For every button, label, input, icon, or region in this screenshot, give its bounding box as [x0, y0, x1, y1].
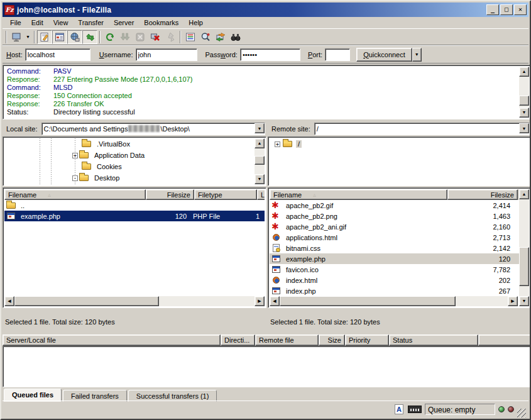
port-input[interactable]: [325, 48, 350, 61]
local-list-hscrollbar[interactable]: ◀ ▶: [4, 296, 265, 306]
toggle-queue-button[interactable]: [82, 30, 97, 44]
scroll-down-icon[interactable]: ▼: [255, 174, 265, 184]
file-row[interactable]: applications.html 2,713: [270, 232, 519, 243]
menu-view[interactable]: View: [48, 18, 74, 28]
reconnect-button[interactable]: [163, 30, 178, 44]
column-header-priority[interactable]: Priority: [345, 334, 389, 346]
scroll-up-icon[interactable]: ▲: [519, 189, 529, 199]
tree-item-root[interactable]: + /: [270, 138, 529, 150]
synchronized-browsing-button[interactable]: [213, 30, 228, 44]
maximize-button[interactable]: □: [500, 4, 513, 15]
menu-transfer[interactable]: Transfer: [73, 18, 109, 28]
menu-help[interactable]: Help: [183, 18, 208, 28]
remote-panel: Remote site: / ▼ + / Filename▵ Filesize: [268, 121, 531, 330]
column-header-status[interactable]: Status: [389, 334, 478, 346]
tab-queued-files[interactable]: Queued files: [4, 389, 62, 402]
log-scrollbar[interactable]: ▲ ▼: [519, 67, 529, 118]
directory-comparison-button[interactable]: [198, 30, 213, 44]
file-row[interactable]: ✱ apache_pb2_ani.gif 2,160: [270, 221, 519, 232]
scroll-up-icon[interactable]: ▲: [255, 138, 265, 148]
remote-list-scrollbar[interactable]: ▲ ▼: [519, 189, 529, 306]
column-header-server-local-file[interactable]: Server/Local file: [3, 334, 221, 346]
file-row[interactable]: ✱ apache_pb2.gif 2,414: [270, 200, 519, 211]
queue-list[interactable]: [3, 346, 531, 387]
local-tree-scrollbar[interactable]: ▲ ▼: [255, 138, 265, 184]
local-site-dropdown[interactable]: ▼: [255, 123, 265, 133]
resize-grip[interactable]: [517, 409, 526, 417]
quickconnect-button[interactable]: Quickconnect: [356, 48, 412, 62]
scroll-down-icon[interactable]: ▼: [519, 296, 529, 306]
find-files-button[interactable]: [228, 30, 243, 44]
column-header-filename[interactable]: Filename▵: [270, 189, 447, 200]
scroll-left-icon[interactable]: ◀: [4, 296, 14, 306]
site-manager-icon: [11, 32, 21, 42]
refresh-button[interactable]: [102, 30, 118, 44]
menu-edit[interactable]: Edit: [26, 18, 48, 28]
tree-item-desktop[interactable]: - Desktop: [4, 172, 265, 184]
host-input[interactable]: [25, 48, 90, 61]
collapse-icon[interactable]: -: [72, 175, 78, 181]
scroll-right-icon[interactable]: ▶: [255, 296, 265, 306]
column-header-filename[interactable]: Filename▵: [4, 189, 146, 200]
column-header-filetype[interactable]: Filetype: [194, 189, 257, 200]
scrollbar-thumb[interactable]: [255, 156, 265, 165]
quickconnect-dropdown[interactable]: ▼: [412, 48, 422, 62]
scrollbar-thumb[interactable]: [519, 96, 529, 106]
menu-bookmarks[interactable]: Bookmarks: [139, 18, 183, 28]
remote-path-value[interactable]: /: [314, 123, 530, 135]
toggle-remote-tree-button[interactable]: [67, 30, 82, 44]
username-label: Username:: [99, 51, 133, 58]
minimize-button[interactable]: _: [486, 4, 499, 15]
column-header-filesize[interactable]: Filesize: [146, 189, 194, 200]
username-input[interactable]: [136, 48, 197, 61]
disconnect-button[interactable]: [148, 30, 163, 44]
scroll-left-icon[interactable]: ◀: [270, 296, 280, 306]
file-row[interactable]: ✱ apache_pb2.png 1,463: [270, 211, 519, 221]
column-header-size[interactable]: Size: [319, 334, 345, 346]
site-manager-button[interactable]: [9, 30, 24, 44]
file-row[interactable]: bitnami.css 2,142: [270, 243, 519, 253]
menu-file[interactable]: File: [5, 18, 26, 28]
column-header-filesize[interactable]: Filesize: [447, 189, 518, 200]
remote-site-combo[interactable]: / ▼: [314, 123, 530, 135]
local-path-value[interactable]: C:\Documents and Settings\Desktop\: [41, 123, 265, 135]
scroll-up-icon[interactable]: ▲: [519, 67, 529, 77]
column-header-lastmodified[interactable]: L: [257, 189, 265, 200]
tree-item-cookies[interactable]: Cookies: [4, 161, 265, 172]
menu-server[interactable]: Server: [109, 18, 139, 28]
expand-icon[interactable]: +: [275, 141, 280, 147]
file-row-parent-dir[interactable]: ..: [4, 200, 265, 211]
close-button[interactable]: ✕: [514, 4, 527, 15]
scrollbar-thumb[interactable]: [14, 296, 159, 306]
toggle-log-button[interactable]: [37, 30, 52, 44]
scrollbar-thumb[interactable]: [280, 296, 456, 306]
site-manager-dropdown[interactable]: ▼: [24, 30, 32, 44]
file-row[interactable]: index.php 267: [270, 285, 519, 296]
file-row-example-php[interactable]: example.php 120: [270, 253, 519, 264]
html-file-icon: [271, 276, 282, 285]
scrollbar-thumb[interactable]: [519, 247, 529, 286]
tree-item-virtualbox[interactable]: .VirtualBox: [4, 138, 265, 150]
apache-file-icon: ✱: [271, 212, 282, 221]
local-site-combo[interactable]: C:\Documents and Settings\Desktop\ ▼: [41, 123, 265, 135]
remote-site-dropdown[interactable]: ▼: [519, 123, 529, 133]
toggle-local-tree-button[interactable]: [52, 30, 67, 44]
speed-limit-icon[interactable]: [408, 406, 422, 413]
data-type-icon[interactable]: A: [393, 404, 405, 414]
expand-icon[interactable]: +: [72, 153, 78, 158]
remote-list-hscrollbar[interactable]: ◀ ▶: [270, 296, 518, 306]
scroll-right-icon[interactable]: ▶: [508, 296, 518, 306]
file-row[interactable]: favicon.ico 7,782: [270, 264, 519, 275]
file-row-example-php[interactable]: example.php 120 PHP File 1: [4, 211, 265, 221]
titlebar[interactable]: Fz john@localhost - FileZilla _ □ ✕: [3, 3, 528, 17]
column-header-direction[interactable]: Directi...: [221, 334, 255, 346]
redacted-username: [128, 125, 160, 132]
filter-button[interactable]: [183, 30, 198, 44]
tree-item-application-data[interactable]: + Application Data: [4, 150, 265, 161]
column-header-remote-file[interactable]: Remote file: [255, 334, 319, 346]
password-input[interactable]: [240, 48, 300, 61]
file-row[interactable]: index.html 202: [270, 275, 519, 285]
scroll-down-icon[interactable]: ▼: [519, 108, 529, 118]
cancel-button[interactable]: [133, 30, 148, 44]
process-queue-button[interactable]: [118, 30, 133, 44]
